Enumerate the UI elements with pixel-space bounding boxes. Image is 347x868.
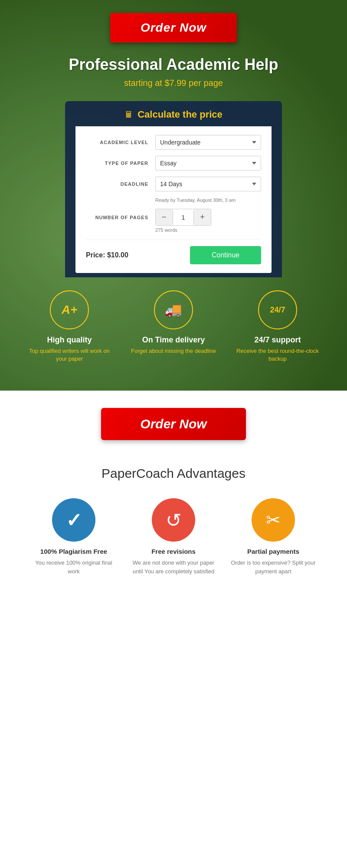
pages-label: NUMBER OF PAGES (86, 215, 155, 220)
price-display: Price: $10.00 (86, 251, 128, 259)
support-icon: 24/7 (270, 306, 285, 315)
advantages-title: PaperCoach Advantages (17, 466, 330, 481)
pages-row: NUMBER OF PAGES − 1 + (86, 209, 261, 226)
hero-subtitle: starting at $7.99 per page (124, 78, 223, 88)
feature-quality: A+ High quality Top qualified writers wi… (17, 290, 121, 363)
calculator-title: Calculate the price (137, 109, 223, 120)
academic-level-label: ACADEMIC LEVEL (86, 140, 155, 145)
quality-desc: Top qualified writers will work on your … (26, 347, 113, 363)
delivery-desc: Forget about missing the deadline (131, 347, 216, 355)
hero-content: Order Now Professional Academic Help sta… (9, 13, 338, 380)
revisions-icon: ↺ (166, 509, 182, 531)
order-section: Order Now (0, 391, 347, 457)
quality-title: High quality (47, 335, 92, 345)
payments-icon: ✂ (266, 510, 281, 530)
continue-button[interactable]: Continue (190, 246, 261, 264)
academic-level-row: ACADEMIC LEVEL Undergraduate High School… (86, 135, 261, 150)
pages-value: 1 (173, 210, 194, 224)
support-icon-circle: 24/7 (258, 290, 297, 329)
feature-delivery: 🚚 On Time delivery Forget about missing … (121, 290, 226, 363)
advantages-grid: ✓ 100% Plagiarism Free You receive 100% … (17, 498, 330, 575)
delivery-icon-circle: 🚚 (154, 290, 193, 329)
support-desc: Receive the best round-the-clock backup (234, 347, 321, 363)
advantage-payments: ✂ Partial payments Order is too expensiv… (230, 498, 317, 575)
features-section: A+ High quality Top qualified writers wi… (9, 277, 338, 380)
feature-support: 24/7 24/7 support Receive the best round… (226, 290, 330, 363)
hero-section: Order Now Professional Academic Help sta… (0, 0, 347, 391)
paper-type-select[interactable]: Essay Research Paper Term Paper Thesis D… (155, 156, 261, 171)
payments-title: Partial payments (247, 548, 299, 555)
quality-icon: A+ (62, 303, 78, 317)
revisions-desc: We are not done with your paper until Yo… (130, 559, 217, 575)
advantages-section: PaperCoach Advantages ✓ 100% Plagiarism … (0, 457, 347, 602)
plagiarism-icon-circle: ✓ (52, 498, 95, 542)
pages-sublabel: 275 words (155, 227, 261, 233)
price-row: Price: $10.00 Continue (86, 240, 261, 264)
support-title: 24/7 support (254, 335, 301, 345)
calculator-header: 🖩 Calculate the price (75, 109, 272, 120)
revisions-icon-circle: ↺ (152, 498, 195, 542)
calculator-box: 🖩 Calculate the price ACADEMIC LEVEL Und… (65, 101, 282, 277)
advantage-plagiarism: ✓ 100% Plagiarism Free You receive 100% … (30, 498, 117, 575)
calculator-form: ACADEMIC LEVEL Undergraduate High School… (75, 126, 272, 273)
deadline-sublabel: Ready by Tuesday, August 30th, 3 am (155, 197, 261, 203)
paper-type-row: TYPE OF PAPER Essay Research Paper Term … (86, 156, 261, 171)
calculator-icon: 🖩 (124, 110, 133, 120)
pages-control: − 1 + (155, 209, 211, 226)
revisions-title: Free revisions (151, 548, 196, 555)
plagiarism-icon: ✓ (66, 509, 82, 531)
delivery-title: On Time delivery (142, 335, 205, 345)
order-now-button-top[interactable]: Order Now (110, 13, 237, 43)
deadline-row: DEADLINE 14 Days 3 Hours 6 Hours 12 Hour… (86, 177, 261, 191)
academic-level-select[interactable]: Undergraduate High School Master Ph.D (155, 135, 261, 150)
plagiarism-desc: You receive 100% original final work (30, 559, 117, 575)
plagiarism-title: 100% Plagiarism Free (40, 548, 107, 555)
payments-desc: Order is too expensive? Split your payme… (230, 559, 317, 575)
deadline-select[interactable]: 14 Days 3 Hours 6 Hours 12 Hours 24 Hour… (155, 177, 261, 191)
delivery-icon: 🚚 (165, 302, 182, 318)
footer-spacer (0, 602, 347, 775)
pages-increment-button[interactable]: + (194, 209, 211, 225)
pages-decrement-button[interactable]: − (156, 209, 173, 225)
advantage-revisions: ↺ Free revisions We are not done with yo… (130, 498, 217, 575)
payments-icon-circle: ✂ (252, 498, 295, 542)
deadline-label: DEADLINE (86, 181, 155, 187)
order-now-button-bottom[interactable]: Order Now (101, 408, 246, 440)
paper-type-label: TYPE OF PAPER (86, 161, 155, 166)
quality-icon-circle: A+ (50, 290, 89, 329)
hero-title: Professional Academic Help (69, 56, 278, 74)
